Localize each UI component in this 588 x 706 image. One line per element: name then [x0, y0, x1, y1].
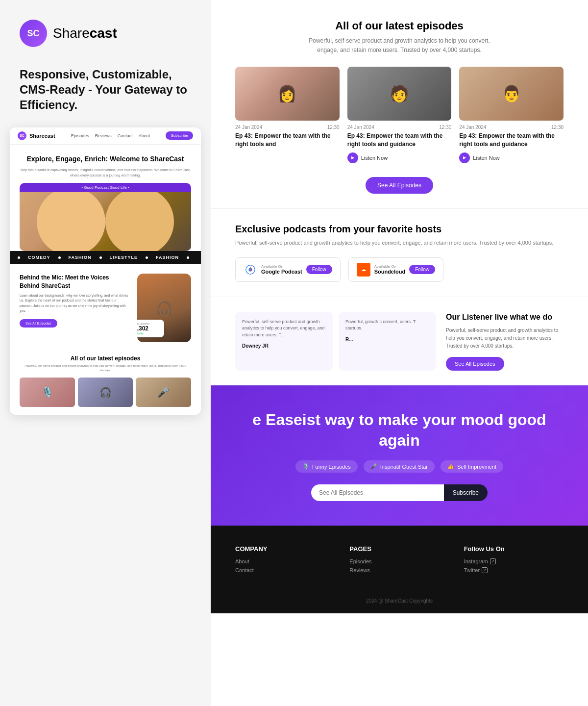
- google-podcast-info: Available On Google Podcast: [261, 264, 302, 275]
- podcast-banner-container: • Good Podcast Good Life • 🎙️: [20, 183, 191, 251]
- episode-thumb-2: 🎧: [78, 378, 133, 407]
- footer-about-link[interactable]: About: [235, 558, 335, 564]
- brand-name: Sharecast: [53, 25, 117, 41]
- ep-date-2: 24 Jan 2024: [347, 125, 374, 130]
- listener-card-1: Powerful, self-serve product and growth …: [235, 312, 333, 371]
- mini-nav: SC Sharecast Episodes Reviews Contact Ab…: [10, 127, 201, 145]
- behind-mic-section: Behind the Mic: Meet the Voices Behind S…: [10, 264, 201, 347]
- exclusive-section: Exclusive podcasts from your favorite ho…: [211, 208, 588, 297]
- right-panel: All of our latest episodes Powerful, sel…: [211, 0, 588, 706]
- ep-title-3: Ep 43: Empower the team with the right t…: [459, 132, 564, 149]
- ticker-fashion-1: FASHION: [69, 255, 92, 260]
- google-podcast-btn[interactable]: Available On Google Podcast Follow: [235, 257, 341, 282]
- listener-body: Powerful, self-serve product and growth …: [446, 327, 564, 350]
- footer-company: COMPANY About Contact: [235, 545, 335, 576]
- google-podcast-icon: [244, 263, 257, 277]
- footer-company-heading: COMPANY: [235, 545, 335, 553]
- mini-nav-about[interactable]: About: [139, 133, 150, 138]
- play-icon-2: ▶: [459, 152, 470, 163]
- footer-reviews-link[interactable]: Reviews: [349, 567, 449, 573]
- mood-search-input[interactable]: [311, 484, 444, 501]
- ticker-comedy: COMEDY: [28, 255, 50, 260]
- ticker-dot-5: [187, 256, 189, 259]
- mini-nav-links: Episodes Reviews Contact About: [71, 133, 150, 138]
- listener-card-2: Powerful, growth c convert, users. T sta…: [339, 312, 436, 371]
- mini-nav-episodes[interactable]: Episodes: [71, 133, 89, 138]
- episodes-title: All of our latest episodes: [235, 20, 564, 32]
- funny-episodes-icon: 🎙️: [302, 463, 309, 470]
- latest-episodes-mini: All of our latest episodes Powerful, sel…: [10, 347, 201, 373]
- ep-person-2: 🧑: [347, 67, 452, 121]
- footer-contact-link[interactable]: Contact: [235, 567, 335, 573]
- mood-subscribe-button[interactable]: Subscribe: [444, 484, 488, 501]
- footer-episodes-link[interactable]: Episodes: [349, 558, 449, 564]
- listen-now-button-1[interactable]: ▶ Listen Now: [347, 152, 452, 163]
- ep-title-2: Ep 43: Empower the team with the right t…: [347, 132, 452, 149]
- footer-social: Follow Us On Instagram ↗ Twitter ↗: [464, 545, 564, 576]
- behind-mic-title: Behind the Mic: Meet the Voices Behind S…: [20, 274, 129, 290]
- podcast-person-icon: 🎙️: [20, 192, 191, 251]
- mini-hero-subtitle: Step into a world of captivating stories…: [20, 168, 191, 178]
- logo-area: SC Sharecast: [0, 0, 211, 57]
- spotify-label: ● Spotify: [137, 332, 160, 335]
- google-follow-button[interactable]: Follow: [306, 265, 332, 274]
- latest-mini-title: All of our latest episodes: [20, 355, 191, 362]
- ep-time-1: 12:30: [327, 125, 340, 130]
- mini-logo-icon: SC: [18, 131, 26, 140]
- soundcloud-follow-button[interactable]: Follow: [409, 265, 435, 274]
- see-all-episodes-button[interactable]: See All Episodes: [366, 177, 433, 194]
- ticker-dot-3: [99, 256, 102, 259]
- episode-image-2: 🧑: [347, 67, 452, 121]
- footer: COMPANY About Contact PAGES Episodes Rev…: [211, 526, 588, 613]
- episode-card-3: 👨 24 Jan 2024 12:30 Ep 43: Empower the t…: [459, 67, 564, 163]
- listener-badge: Total Listeners 3,302 ● Spotify: [137, 320, 164, 337]
- listener-see-all-button[interactable]: See All Episodes: [446, 357, 504, 371]
- mini-browser: SC Sharecast Episodes Reviews Contact Ab…: [10, 127, 201, 415]
- logo-icon: SC: [20, 20, 47, 47]
- mood-tag-2: 🎤 Inspiratif Guest Star: [364, 460, 435, 473]
- episode-thumb-3: 🎤: [136, 378, 191, 407]
- soundcloud-btn[interactable]: ☁ Available On Soundcloud Follow: [348, 257, 443, 282]
- mini-hero-title: Explore, Engage, Enrich: Welcome to Shar…: [20, 154, 191, 164]
- mood-title: e Easeist way to make your mood good aga…: [235, 410, 564, 451]
- latest-mini-subtitle: Powerful, self-serve product and growth …: [20, 364, 191, 373]
- listener-cards: Powerful, self-serve product and growth …: [235, 312, 436, 371]
- behind-mic-see-all-button[interactable]: See All Episodes: [20, 319, 57, 328]
- mood-search: Subscribe: [311, 484, 488, 501]
- footer-twitter-link[interactable]: Twitter ↗: [464, 567, 564, 573]
- episodes-section: All of our latest episodes Powerful, sel…: [211, 0, 588, 208]
- mini-nav-contact[interactable]: Contact: [118, 133, 133, 138]
- behind-mic-body: Learn about our backgrounds, why we love…: [20, 293, 129, 314]
- ticker-lifestyle: LIFESTYLE: [110, 255, 138, 260]
- footer-pages-heading: PAGES: [349, 545, 449, 553]
- episode-image-1: 👩: [235, 67, 340, 121]
- self-improve-icon: 👍: [447, 463, 454, 470]
- left-panel: SC Sharecast Responsive, Customizable, C…: [0, 0, 211, 706]
- ticker-dot-1: [18, 256, 20, 259]
- episodes-subtitle: Powerful, self-serve product and growth …: [306, 36, 492, 55]
- ep-meta-2: 24 Jan 2024 12:30: [347, 125, 452, 130]
- footer-pages: PAGES Episodes Reviews: [349, 545, 449, 576]
- podcast-image: 🎙️: [20, 192, 191, 251]
- mini-subscribe-button[interactable]: Subscribe: [166, 131, 193, 140]
- mini-logo: SC Sharecast: [18, 131, 55, 140]
- mood-tag-3: 👍 Self Improvment: [441, 460, 503, 473]
- episode-card-2: 🧑 24 Jan 2024 12:30 Ep 43: Empower the t…: [347, 67, 452, 163]
- ticker-fashion-2: FASHION: [156, 255, 179, 260]
- footer-social-heading: Follow Us On: [464, 545, 564, 553]
- ticker-bar: COMEDY FASHION LIFESTYLE FASHION: [10, 251, 201, 264]
- exclusive-title: Exclusive podcasts from your favorite ho…: [235, 224, 564, 235]
- footer-copyright: 2024 @ ShareCast Copyrights: [235, 591, 564, 604]
- listener-section: Powerful, self-serve product and growth …: [211, 297, 588, 385]
- soundcloud-info: Available On Soundcloud: [374, 264, 406, 275]
- episode-image-3: 👨: [459, 67, 564, 121]
- ep-date-3: 24 Jan 2024: [459, 125, 486, 130]
- footer-instagram-link[interactable]: Instagram ↗: [464, 558, 564, 564]
- listen-now-button-2[interactable]: ▶ Listen Now: [459, 152, 564, 163]
- episode-thumbs: 🎙️ 🎧 🎤: [10, 373, 201, 415]
- footer-grid: COMPANY About Contact PAGES Episodes Rev…: [235, 545, 564, 576]
- mood-tags: 🎙️ Funny Episodes 🎤 Inspiratif Guest Sta…: [235, 460, 564, 473]
- ep-meta-3: 24 Jan 2024 12:30: [459, 125, 564, 130]
- external-icon-twitter: ↗: [482, 567, 488, 573]
- mini-nav-reviews[interactable]: Reviews: [95, 133, 112, 138]
